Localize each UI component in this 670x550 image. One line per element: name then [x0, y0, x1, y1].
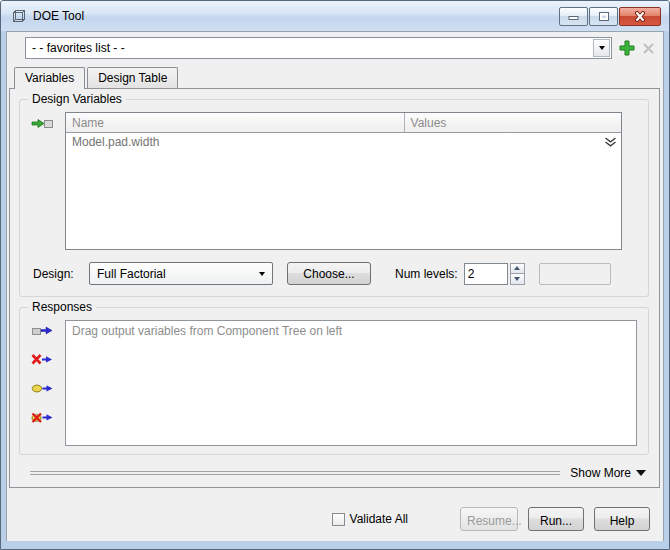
table-body[interactable]: Model.pad.width [66, 133, 621, 249]
design-variables-legend: Design Variables [28, 92, 126, 106]
validate-all-control[interactable]: Validate All [332, 512, 408, 526]
select-arrow-icon [259, 272, 265, 276]
design-type-value: Full Factorial [97, 267, 259, 281]
choose-button[interactable]: Choose... [287, 262, 371, 285]
favorites-dropdown-arrow-icon[interactable] [593, 39, 610, 57]
validate-all-label: Validate All [350, 512, 408, 526]
help-button[interactable]: Help [594, 507, 650, 531]
remove-objective-icon[interactable] [31, 411, 55, 427]
favorites-combobox[interactable]: - - favorites list - - [25, 37, 612, 59]
run-button[interactable]: Run... [528, 507, 584, 531]
table-header-row: Name Values [66, 113, 621, 133]
show-more-control[interactable]: Show More [30, 466, 646, 480]
close-button[interactable] [619, 7, 661, 26]
num-levels-stepper [510, 263, 525, 285]
window-title: DOE Tool [33, 9, 559, 23]
dialog-client-area: - - favorites list - - Variables Design … [6, 31, 664, 541]
tab-design-table[interactable]: Design Table [87, 67, 178, 88]
add-objective-icon[interactable] [31, 382, 55, 398]
responses-legend: Responses [28, 300, 96, 314]
show-more-arrow-icon [636, 470, 646, 476]
column-header-name[interactable]: Name [66, 113, 405, 132]
resume-button[interactable]: Resume... [460, 507, 518, 531]
design-label: Design: [33, 267, 89, 281]
tab-variables[interactable]: Variables [14, 67, 85, 89]
footer-bar: Validate All Resume... Run... Help [7, 488, 663, 531]
show-more-divider [30, 471, 560, 475]
drag-variable-icon [20, 112, 65, 250]
expand-values-chevron-icon[interactable] [604, 136, 617, 150]
window-controls [559, 7, 661, 26]
tab-bar: Variables Design Table [14, 67, 663, 88]
table-row[interactable]: Model.pad.width [66, 133, 621, 150]
variables-tab-panel: Design Variables Name Values [9, 88, 660, 488]
responses-listbox[interactable]: Drag output variables from Component Tre… [65, 320, 637, 446]
doe-tool-window: DOE Tool - - favorites list - - [0, 0, 670, 550]
design-options-row: Design: Full Factorial Choose... Num lev… [33, 262, 636, 285]
stepper-down-icon[interactable] [510, 273, 525, 285]
add-output-icon[interactable] [31, 324, 55, 340]
design-variables-group: Design Variables Name Values [19, 99, 649, 297]
disabled-levels-field [539, 263, 611, 285]
restore-button[interactable] [589, 7, 618, 26]
design-variables-content: Name Values Model.pad.width [20, 112, 622, 250]
remove-output-icon[interactable] [31, 353, 55, 369]
variable-name: Model.pad.width [72, 135, 159, 149]
delete-favorite-icon[interactable] [642, 42, 655, 55]
design-type-select[interactable]: Full Factorial [89, 262, 273, 285]
num-levels-label: Num levels: [395, 267, 458, 281]
cube-icon [11, 8, 27, 24]
titlebar: DOE Tool [1, 1, 669, 31]
responses-placeholder: Drag output variables from Component Tre… [72, 324, 342, 338]
show-more-label: Show More [570, 466, 631, 480]
stepper-up-icon[interactable] [510, 263, 525, 274]
responses-content: Drag output variables from Component Tre… [20, 320, 637, 446]
add-favorite-icon[interactable] [618, 39, 636, 57]
responses-toolbar [20, 320, 65, 446]
validate-all-checkbox[interactable] [332, 513, 345, 526]
favorites-row: - - favorites list - - [7, 32, 663, 59]
design-variables-table: Name Values Model.pad.width [65, 112, 622, 250]
num-levels-input[interactable] [464, 263, 508, 285]
minimize-button[interactable] [559, 7, 588, 26]
column-header-values[interactable]: Values [405, 113, 621, 132]
favorites-value: - - favorites list - - [26, 41, 592, 55]
responses-group: Responses [19, 307, 649, 455]
